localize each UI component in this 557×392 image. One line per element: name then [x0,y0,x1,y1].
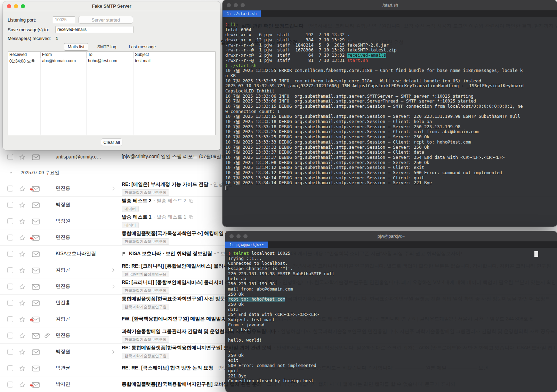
terminal-line: Escape character is '^]'. [228,266,554,271]
terminal-line: 10 7월 2025 13:33:06 INFO org.subethamail… [225,94,554,99]
star-icon[interactable] [19,381,26,388]
mail-subject: FW: [한국핵융합에너지연구원] 메일온 메일발송 API [122,316,235,322]
row-checkbox[interactable] [7,186,13,191]
terminal2-tab[interactable]: 1: pjw@parkjw:~ [225,242,268,248]
zoom-button[interactable] [241,3,245,7]
table-header[interactable]: Received From To Subject [8,52,215,58]
thread-expand-icon[interactable] [111,268,116,273]
row-checkbox[interactable] [7,235,13,240]
star-icon[interactable] [19,283,26,290]
org-tag: 한국과학기술정보연구원 [122,238,169,245]
mails-table[interactable]: Received From To Subject 01:34:08 오후 abc… [8,51,216,135]
star-icon[interactable] [19,234,26,241]
terminal-line: Subject: test mail [228,317,554,322]
star-icon[interactable] [19,267,26,274]
text-caret [87,27,87,32]
row-checkbox[interactable] [7,251,13,257]
row-checkbox[interactable] [7,202,13,208]
tab-mails-list[interactable]: Mails list [64,43,88,51]
envelope-icon [32,268,40,273]
close-button[interactable] [229,234,234,238]
tab-last-message[interactable]: Last message [125,43,159,50]
table-empty-area [8,64,215,135]
close-button[interactable] [7,4,11,8]
star-icon[interactable] [19,300,26,307]
org-tag: 한국과학기술정보연구원 [122,304,169,310]
reply-arrow-icon [29,187,34,191]
traffic-lights [227,3,245,7]
thread-expand-icon[interactable] [111,349,116,354]
star-icon[interactable] [19,251,26,258]
copy-icon[interactable] [188,198,194,203]
row-checkbox[interactable] [7,349,13,355]
terminal-line: 10 7월 2025 13:33:25 DEBUG org.subethamai… [225,134,554,140]
save-to-input[interactable]: received-emails [55,26,134,33]
terminal-line: hello, world! [228,338,554,343]
zoom-button[interactable] [21,4,25,8]
minimize-button[interactable] [14,4,18,8]
terminal-line: 250 Ok [228,353,554,358]
star-icon[interactable] [19,218,26,225]
star-icon[interactable] [19,316,26,323]
col-from[interactable]: From [41,52,87,58]
row-checkbox[interactable] [7,316,13,322]
server-started-button[interactable]: Server started [78,16,133,24]
row-checkbox[interactable] [7,218,13,224]
terminal-line: -rw-r--r--@ 1 pjw staff 1848214 5 9 2015… [225,43,554,48]
sender-name: KISA보호나라알림 [56,246,108,262]
row-checkbox[interactable] [7,365,13,371]
thread-expand-icon[interactable] [111,186,116,191]
close-button[interactable] [227,3,231,7]
row-checkbox[interactable] [7,300,13,306]
mail-subject: [pjw@crinity.com] 일일 스팸 리포트 (07월09일18시 [122,154,232,160]
star-icon[interactable] [19,154,26,161]
terminal-line: 10 7월 2025 13:33:37 DEBUG org.subethamai… [225,150,554,155]
terminal-line: -rwxr--r--@ 1 pjw staff 81 7 10 13:31 st… [225,58,554,63]
collapse-caret-icon[interactable] [8,170,14,175]
terminal1-output[interactable]: ❯ lltotal 6904drwxr-xr-x 6 pjw staff 192… [223,17,557,227]
row-checkbox[interactable] [7,267,13,273]
terminal-line: rcpt to: hoho@test.com [228,297,554,302]
sender-name: 박지연 [56,376,108,392]
envelope-icon [32,333,40,339]
org-tag: 한국과학기술정보연구원 [122,271,169,277]
row-checkbox[interactable] [7,333,13,338]
tab-smtp-log[interactable]: SMTP log [94,43,120,50]
terminal-line: 220 223.131.199.98 ESMTP SubEthaSMTP nul… [228,271,554,277]
terminal1-tab[interactable]: 1: ./start.sh [223,10,261,17]
row-checkbox[interactable] [7,382,13,387]
smtp-titlebar[interactable]: Fake SMTP Server [3,1,220,11]
thread-expand-icon[interactable] [111,284,116,289]
minimize-button[interactable] [234,3,238,7]
date-separator[interactable]: 2025.07.09 수요일 [0,165,223,180]
clear-all-button[interactable]: Clear all [101,138,122,146]
terminal-window-startsh: ./start.sh 1: ./start.sh ❯ lltotal 6904d… [223,0,557,227]
table-row[interactable]: 01:34:08 오후 abc@domain.com hoho@test.com… [8,58,215,64]
sender-name: 민진홍 [56,229,108,245]
row-checkbox[interactable] [7,154,13,160]
terminal-line: ❯ ./start.sh [225,63,554,68]
star-icon[interactable] [19,349,26,356]
terminal-line: CapsLockLED Inhibit [225,89,554,94]
star-icon[interactable] [19,332,26,339]
sender-name: 박관륜 [56,360,108,376]
col-subject[interactable]: Subject [134,52,215,58]
port-input[interactable]: 10025 [53,16,75,23]
terminal-cursor-block [534,251,538,257]
star-icon[interactable] [19,365,26,372]
mail-subject: KISA 보호나라 - 보안 취약점 정보알림 [129,251,212,257]
sender-name: 민진홍 [56,278,108,294]
terminal2-titlebar[interactable]: pjw@parkjw:~ [225,231,557,242]
terminal1-titlebar[interactable]: ./start.sh [223,0,557,10]
row-checkbox[interactable] [7,284,13,289]
terminal-line: drwxr-xr-x 6 pjw staff 192 7 10 13:32 . [225,32,554,38]
star-icon[interactable] [19,185,26,192]
zoom-button[interactable] [243,234,248,238]
star-icon[interactable] [19,202,26,209]
col-received[interactable]: Received [8,52,41,58]
terminal2-output[interactable]: ❯ telnet localhost 10025Trying ::1...Con… [225,248,557,392]
col-to[interactable]: To [87,52,134,58]
minimize-button[interactable] [236,234,241,238]
terminal-line: exit [228,358,554,363]
copy-icon[interactable] [188,214,194,220]
